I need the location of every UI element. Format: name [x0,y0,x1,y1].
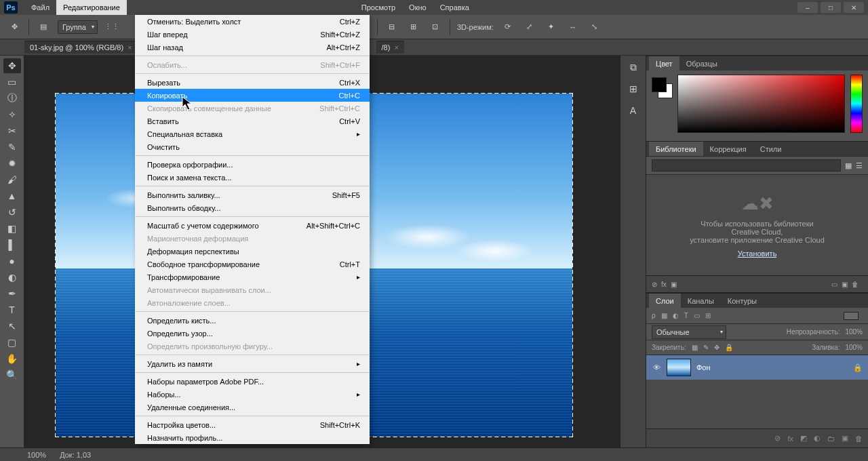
distribute-1-icon[interactable]: ⊟ [384,20,399,35]
distribute-3-icon[interactable]: ⊡ [428,20,443,35]
new-group-icon[interactable]: ▭ [831,281,837,288]
layer-name[interactable]: Фон [696,363,711,372]
lock-all-icon[interactable]: 🔒 [725,344,733,351]
menu-item[interactable]: Поиск и замена текста... [135,171,370,184]
close-icon[interactable]: × [127,43,132,52]
close-button[interactable]: ✕ [844,2,864,13]
filter-pixel-icon[interactable]: ▦ [661,312,667,319]
filter-type-icon[interactable]: T [684,312,688,319]
opacity-value[interactable]: 100% [845,328,863,336]
layer-row[interactable]: 👁 Фон 🔒 [646,355,868,380]
mask-icon[interactable]: ▣ [671,281,677,288]
lock-icon[interactable]: 🔒 [853,363,863,372]
menu-item[interactable]: Шаг назадAlt+Ctrl+Z [135,41,370,54]
dodge-tool[interactable]: ◐ [3,270,21,285]
color-field[interactable] [677,75,845,133]
document-tab[interactable]: /8) × [376,41,404,54]
eraser-tool[interactable]: ◧ [3,221,21,236]
slide-icon[interactable]: ↔ [566,20,580,35]
menu-item[interactable]: Удаленные соединения... [135,401,370,414]
lasso-tool[interactable]: ⓛ [3,91,21,106]
folder-icon[interactable]: 🗀 [827,435,835,443]
tab-swatches[interactable]: Образцы [679,56,724,71]
foreground-background-swatch[interactable] [652,77,672,102]
tab-libraries[interactable]: Библиотеки [649,142,703,156]
install-link[interactable]: Установить [738,249,777,258]
menu-item[interactable]: Трансформирование [135,270,370,283]
marquee-tool[interactable]: ▭ [3,75,21,89]
spot-heal-tool[interactable]: ✹ [3,156,21,171]
filter-smart-icon[interactable]: ⊞ [705,312,711,319]
history-panel-icon[interactable]: ⧉ [625,60,642,75]
tab-color[interactable]: Цвет [649,56,679,71]
menu-файл[interactable]: Файл [24,0,56,15]
magic-wand-tool[interactable]: ✧ [3,107,21,122]
pen-tool[interactable]: ✒ [3,286,21,301]
minimize-button[interactable]: – [797,2,818,13]
link-icon[interactable]: ⊘ [652,281,657,288]
menu-item[interactable]: Специальная вставка [135,127,370,140]
lib-view-list-icon[interactable]: ☰ [856,161,863,170]
blur-tool[interactable]: ● [3,254,21,268]
new-layer-icon[interactable]: ▣ [842,281,848,288]
filter-toggle[interactable] [844,312,859,320]
roll-icon[interactable]: ⤢ [522,20,537,35]
menu-item[interactable]: Свободное трансформированиеCtrl+T [135,258,370,270]
rectangle-tool[interactable]: ▢ [3,335,21,350]
zoom-level[interactable]: 100% [27,451,46,459]
eyedropper-tool[interactable]: ✎ [3,140,21,155]
menu-item[interactable]: Наборы... [135,388,370,401]
adjustment-layer-icon[interactable]: ◐ [814,434,821,443]
orbit-icon[interactable]: ⟳ [500,20,515,35]
lock-pixels-icon[interactable]: ✎ [703,344,709,351]
filter-adjust-icon[interactable]: ◐ [673,312,679,319]
close-icon[interactable]: × [394,43,398,52]
properties-panel-icon[interactable]: ⊞ [625,81,642,96]
layers-stack-icon[interactable]: ▤ [36,20,51,35]
document-tab[interactable]: 01-sky.jpg @ 100% (RGB/8) × [24,41,138,54]
menu-item[interactable]: Выполнить заливку...Shift+F5 [135,188,370,201]
tab-channels[interactable]: Каналы [681,294,721,308]
maximize-button[interactable]: □ [821,2,841,13]
menu-item[interactable]: ВставитьCtrl+V [135,115,370,127]
crop-tool[interactable]: ✂ [3,123,21,138]
path-select-tool[interactable]: ↖ [3,319,21,334]
trash-icon[interactable]: 🗑 [855,435,863,443]
gradient-tool[interactable]: ▌ [3,237,21,252]
menu-item[interactable]: Наборы параметров Adobe PDF... [135,375,370,388]
filter-shape-icon[interactable]: ▭ [694,312,700,319]
visibility-icon[interactable]: 👁 [652,363,661,372]
clone-stamp-tool[interactable]: ▲ [3,188,21,203]
filter-kind-icon[interactable]: ρ [652,312,656,319]
menu-item[interactable]: Шаг впередShift+Ctrl+Z [135,28,370,41]
distribute-2-icon[interactable]: ⊞ [406,20,421,35]
fx-icon[interactable]: fx [661,281,667,288]
menu-item[interactable]: Настройка цветов...Shift+Ctrl+K [135,418,370,431]
tab-paths[interactable]: Контуры [721,294,764,308]
trash-icon[interactable]: 🗑 [852,281,859,288]
layer-thumbnail[interactable] [667,359,691,376]
group-mode-select[interactable]: Группа [58,20,98,34]
menu-item[interactable]: Отменить: Выделить холстCtrl+Z [135,15,370,28]
menu-item[interactable]: Проверка орфографии... [135,158,370,171]
move-tool[interactable]: ✥ [3,58,21,73]
history-brush-tool[interactable]: ↺ [3,205,21,220]
pan-icon[interactable]: ✦ [544,20,559,35]
fill-value[interactable]: 100% [845,344,863,351]
scale-icon[interactable]: ⤡ [587,20,602,35]
mask-icon[interactable]: ◩ [800,434,807,443]
brush-tool[interactable]: 🖌 [3,172,21,187]
menu-item[interactable]: Масштаб с учетом содержимогоAlt+Shift+Ct… [135,219,370,232]
tab-adjustments[interactable]: Коррекция [703,142,753,156]
link-layers-icon[interactable]: ⊘ [774,434,781,443]
align-icon[interactable]: ⋮⋮ [104,20,119,35]
type-tool[interactable]: T [3,302,21,317]
hue-slider[interactable] [850,75,863,133]
lock-position-icon[interactable]: ✥ [714,344,719,351]
menu-item[interactable]: Определить узор... [135,327,370,340]
menu-item[interactable]: Выполнить обводку... [135,201,370,214]
lock-transparency-icon[interactable]: ▦ [692,344,698,351]
blend-mode-select[interactable]: Обычные [652,325,726,339]
new-layer-icon[interactable]: ▣ [842,434,848,443]
menu-редактирование[interactable]: Редактирование [56,0,127,15]
